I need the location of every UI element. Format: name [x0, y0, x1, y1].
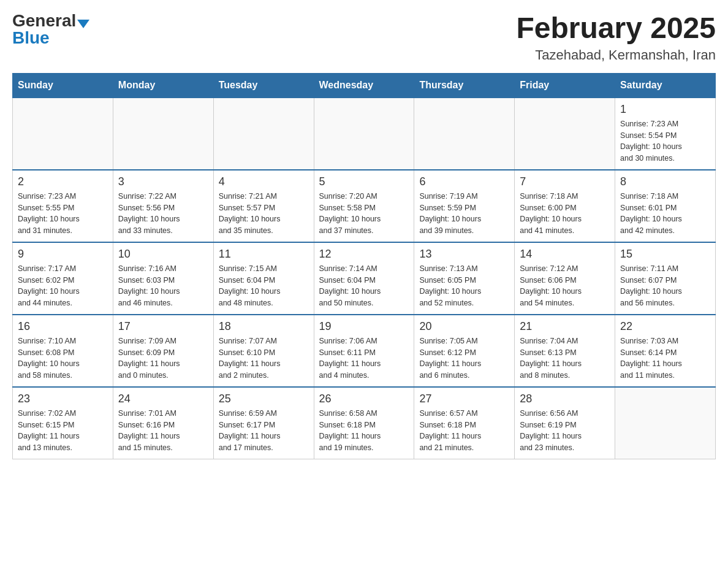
day-number: 22 [620, 320, 710, 333]
day-info: Sunrise: 7:03 AMSunset: 6:14 PMDaylight:… [620, 335, 710, 381]
day-info: Sunrise: 7:17 AMSunset: 6:02 PMDaylight:… [18, 263, 108, 309]
table-row [414, 98, 515, 170]
calendar-week-5: 23Sunrise: 7:02 AMSunset: 6:15 PMDayligh… [13, 387, 716, 459]
logo-triangle-icon [77, 20, 89, 28]
logo-general: General [12, 11, 76, 30]
day-number: 15 [620, 248, 710, 261]
day-info: Sunrise: 7:18 AMSunset: 6:01 PMDaylight:… [620, 191, 710, 237]
day-info: Sunrise: 7:04 AMSunset: 6:13 PMDaylight:… [520, 335, 610, 381]
calendar-table: Sunday Monday Tuesday Wednesday Thursday… [12, 73, 716, 459]
day-number: 16 [18, 320, 108, 333]
day-info: Sunrise: 7:23 AMSunset: 5:55 PMDaylight:… [18, 191, 108, 237]
day-number: 12 [319, 248, 409, 261]
day-info: Sunrise: 7:21 AMSunset: 5:57 PMDaylight:… [219, 191, 309, 237]
table-row: 7Sunrise: 7:18 AMSunset: 6:00 PMDaylight… [515, 170, 615, 242]
table-row: 13Sunrise: 7:13 AMSunset: 6:05 PMDayligh… [414, 242, 515, 315]
day-info: Sunrise: 7:15 AMSunset: 6:04 PMDaylight:… [219, 263, 309, 309]
day-info: Sunrise: 7:10 AMSunset: 6:08 PMDaylight:… [18, 335, 108, 381]
day-info: Sunrise: 7:23 AMSunset: 5:54 PMDaylight:… [620, 118, 710, 164]
logo: General Blue [12, 12, 89, 47]
day-info: Sunrise: 7:13 AMSunset: 6:05 PMDaylight:… [419, 263, 509, 309]
day-info: Sunrise: 7:06 AMSunset: 6:11 PMDaylight:… [319, 335, 409, 381]
table-row: 21Sunrise: 7:04 AMSunset: 6:13 PMDayligh… [515, 315, 615, 387]
col-wednesday: Wednesday [314, 73, 414, 98]
day-number: 18 [219, 320, 309, 333]
table-row: 2Sunrise: 7:23 AMSunset: 5:55 PMDaylight… [13, 170, 113, 242]
table-row: 12Sunrise: 7:14 AMSunset: 6:04 PMDayligh… [314, 242, 414, 315]
table-row: 8Sunrise: 7:18 AMSunset: 6:01 PMDaylight… [615, 170, 716, 242]
table-row [314, 98, 414, 170]
day-info: Sunrise: 7:18 AMSunset: 6:00 PMDaylight:… [520, 191, 610, 237]
table-row: 26Sunrise: 6:58 AMSunset: 6:18 PMDayligh… [314, 387, 414, 459]
table-row: 20Sunrise: 7:05 AMSunset: 6:12 PMDayligh… [414, 315, 515, 387]
day-number: 21 [520, 320, 610, 333]
day-number: 10 [118, 248, 208, 261]
day-number: 9 [18, 248, 108, 261]
logo-blue: Blue [12, 29, 50, 47]
col-saturday: Saturday [615, 73, 716, 98]
page-header: General Blue February 2025 Tazehabad, Ke… [12, 12, 716, 63]
day-info: Sunrise: 7:02 AMSunset: 6:15 PMDaylight:… [18, 408, 108, 454]
table-row: 25Sunrise: 6:59 AMSunset: 6:17 PMDayligh… [213, 387, 314, 459]
table-row: 9Sunrise: 7:17 AMSunset: 6:02 PMDaylight… [13, 242, 113, 315]
table-row [615, 387, 716, 459]
table-row: 19Sunrise: 7:06 AMSunset: 6:11 PMDayligh… [314, 315, 414, 387]
col-sunday: Sunday [13, 73, 113, 98]
day-number: 1 [620, 103, 710, 116]
day-info: Sunrise: 7:14 AMSunset: 6:04 PMDaylight:… [319, 263, 409, 309]
calendar-header-row: Sunday Monday Tuesday Wednesday Thursday… [13, 73, 716, 98]
calendar-week-3: 9Sunrise: 7:17 AMSunset: 6:02 PMDaylight… [13, 242, 716, 315]
day-info: Sunrise: 7:05 AMSunset: 6:12 PMDaylight:… [419, 335, 509, 381]
day-number: 25 [219, 393, 309, 405]
day-number: 8 [620, 175, 710, 188]
day-number: 26 [319, 393, 409, 405]
calendar-week-4: 16Sunrise: 7:10 AMSunset: 6:08 PMDayligh… [13, 315, 716, 387]
table-row [13, 98, 113, 170]
title-section: February 2025 Tazehabad, Kermanshah, Ira… [516, 12, 716, 63]
day-number: 20 [419, 320, 509, 333]
location-subtitle: Tazehabad, Kermanshah, Iran [516, 47, 716, 63]
day-info: Sunrise: 7:07 AMSunset: 6:10 PMDaylight:… [219, 335, 309, 381]
table-row: 4Sunrise: 7:21 AMSunset: 5:57 PMDaylight… [213, 170, 314, 242]
calendar-week-1: 1Sunrise: 7:23 AMSunset: 5:54 PMDaylight… [13, 98, 716, 170]
day-number: 28 [520, 393, 610, 405]
table-row: 16Sunrise: 7:10 AMSunset: 6:08 PMDayligh… [13, 315, 113, 387]
table-row: 27Sunrise: 6:57 AMSunset: 6:18 PMDayligh… [414, 387, 515, 459]
day-info: Sunrise: 6:58 AMSunset: 6:18 PMDaylight:… [319, 408, 409, 454]
day-info: Sunrise: 6:57 AMSunset: 6:18 PMDaylight:… [419, 408, 509, 454]
table-row: 18Sunrise: 7:07 AMSunset: 6:10 PMDayligh… [213, 315, 314, 387]
day-info: Sunrise: 7:12 AMSunset: 6:06 PMDaylight:… [520, 263, 610, 309]
table-row: 14Sunrise: 7:12 AMSunset: 6:06 PMDayligh… [515, 242, 615, 315]
day-info: Sunrise: 6:56 AMSunset: 6:19 PMDaylight:… [520, 408, 610, 454]
day-number: 17 [118, 320, 208, 333]
table-row: 5Sunrise: 7:20 AMSunset: 5:58 PMDaylight… [314, 170, 414, 242]
table-row: 1Sunrise: 7:23 AMSunset: 5:54 PMDaylight… [615, 98, 716, 170]
table-row [213, 98, 314, 170]
table-row: 11Sunrise: 7:15 AMSunset: 6:04 PMDayligh… [213, 242, 314, 315]
day-number: 13 [419, 248, 509, 261]
col-tuesday: Tuesday [213, 73, 314, 98]
day-number: 27 [419, 393, 509, 405]
col-thursday: Thursday [414, 73, 515, 98]
table-row: 24Sunrise: 7:01 AMSunset: 6:16 PMDayligh… [113, 387, 213, 459]
day-number: 7 [520, 175, 610, 188]
day-info: Sunrise: 7:19 AMSunset: 5:59 PMDaylight:… [419, 191, 509, 237]
day-number: 4 [219, 175, 309, 188]
logo-text: General [12, 12, 89, 29]
table-row: 3Sunrise: 7:22 AMSunset: 5:56 PMDaylight… [113, 170, 213, 242]
month-year-title: February 2025 [516, 12, 716, 45]
day-number: 23 [18, 393, 108, 405]
table-row: 15Sunrise: 7:11 AMSunset: 6:07 PMDayligh… [615, 242, 716, 315]
day-info: Sunrise: 7:16 AMSunset: 6:03 PMDaylight:… [118, 263, 208, 309]
day-number: 5 [319, 175, 409, 188]
day-info: Sunrise: 7:09 AMSunset: 6:09 PMDaylight:… [118, 335, 208, 381]
col-friday: Friday [515, 73, 615, 98]
day-number: 11 [219, 248, 309, 261]
day-number: 3 [118, 175, 208, 188]
table-row: 22Sunrise: 7:03 AMSunset: 6:14 PMDayligh… [615, 315, 716, 387]
table-row: 28Sunrise: 6:56 AMSunset: 6:19 PMDayligh… [515, 387, 615, 459]
day-number: 24 [118, 393, 208, 405]
day-info: Sunrise: 7:22 AMSunset: 5:56 PMDaylight:… [118, 191, 208, 237]
day-info: Sunrise: 6:59 AMSunset: 6:17 PMDaylight:… [219, 408, 309, 454]
day-number: 19 [319, 320, 409, 333]
